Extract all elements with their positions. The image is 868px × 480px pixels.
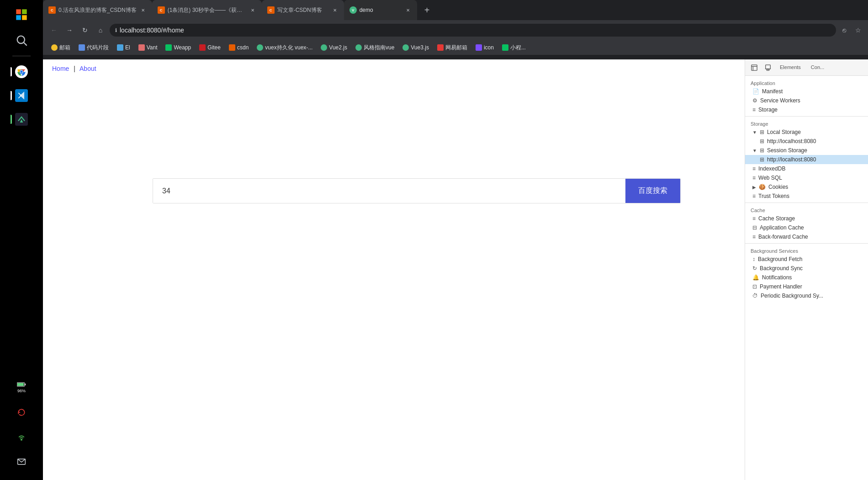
tab3-title: 写文章-CSDN博客 xyxy=(277,6,328,14)
battery-percent: 96% xyxy=(17,389,26,393)
devtools-tab-console[interactable]: Con... xyxy=(807,63,828,73)
devtools-periodic-bg-sync-item[interactable]: ⏱ Periodic Background Sy... xyxy=(745,291,868,300)
tab4-title: demo xyxy=(360,7,402,13)
browser-tab-4[interactable]: V demo ✕ xyxy=(344,0,417,20)
devtools-indexeddb-item[interactable]: ≡ IndexedDB xyxy=(745,164,868,173)
taskbar-divider xyxy=(12,56,31,56)
devtools-background-fetch-item[interactable]: ↕ Background Fetch xyxy=(745,255,868,264)
bookmark-vue-style[interactable]: 风格指南vue xyxy=(352,43,398,53)
session-storage-label: Session Storage xyxy=(767,147,807,154)
devtools-cache-storage-item[interactable]: ≡ Cache Storage xyxy=(745,214,868,223)
network-taskbar-icon[interactable] xyxy=(11,426,32,448)
trust-tokens-db-icon: ≡ xyxy=(752,193,756,199)
devtools-bg-services-header: Background Services xyxy=(745,245,868,255)
devtools-payment-handler-item[interactable]: ⊡ Payment Handler xyxy=(745,282,868,291)
session-storage-url-db-icon: ⊞ xyxy=(760,156,764,163)
devtools-application-header: Application xyxy=(745,78,868,87)
refresh-taskbar-icon[interactable] xyxy=(11,401,32,423)
browser-tab-3[interactable]: C 写文章-CSDN博客 ✕ xyxy=(262,0,344,20)
periodic-bg-sync-clock-icon: ⏱ xyxy=(752,293,758,299)
about-link[interactable]: About xyxy=(79,65,96,72)
session-storage-db-icon: ⊞ xyxy=(760,147,764,154)
share-icon[interactable]: ⎋ xyxy=(839,25,850,36)
svg-rect-19 xyxy=(766,64,771,69)
new-tab-button[interactable]: + xyxy=(417,0,437,20)
bookmark-code[interactable]: 代码片段 xyxy=(75,43,112,53)
devtools-application-cache-item[interactable]: ⊟ Application Cache xyxy=(745,223,868,232)
web-sql-label: Web SQL xyxy=(758,175,782,181)
bookmark-icon[interactable]: ☆ xyxy=(852,25,863,36)
tab3-close-button[interactable]: ✕ xyxy=(331,6,339,14)
home-button[interactable]: ⌂ xyxy=(94,24,107,37)
bookmark-el[interactable]: El xyxy=(113,43,134,52)
devtools-manifest-item[interactable]: 📄 Manifest xyxy=(745,87,868,96)
svg-rect-0 xyxy=(16,9,21,14)
mail-taskbar-icon[interactable] xyxy=(11,451,32,473)
background-sync-label: Background Sync xyxy=(760,265,803,272)
browser-tab-2[interactable]: C (1条消息) 30秒学会——《获取... ✕ xyxy=(152,0,262,20)
notifications-label: Notifications xyxy=(762,274,792,281)
devtools-storage-item[interactable]: ≡ Storage xyxy=(745,105,868,114)
tab2-title: (1条消息) 30秒学会——《获取... xyxy=(168,6,246,14)
home-link[interactable]: Home xyxy=(52,65,69,72)
cookies-expand-icon: ▶ xyxy=(752,185,756,190)
app-taskbar-icon[interactable] xyxy=(11,108,32,130)
bookmark-mini[interactable]: 小程... xyxy=(498,43,529,53)
bookmark-mail[interactable]: 邮箱 xyxy=(48,43,74,53)
devtools-session-storage-item[interactable]: ▼ ⊞ Session Storage xyxy=(745,146,868,155)
devtools-cookies-item[interactable]: ▶ 🍪 Cookies xyxy=(745,182,868,192)
vscode-taskbar-icon[interactable] xyxy=(11,85,32,107)
search-button[interactable]: 百度搜索 xyxy=(625,179,680,203)
bookmark-vue2[interactable]: Vue2.js xyxy=(317,43,351,52)
tab1-close-button[interactable]: ✕ xyxy=(139,6,147,14)
devtools-local-storage-item[interactable]: ▼ ⊞ Local Storage xyxy=(745,128,868,137)
devtools-inspect-icon[interactable] xyxy=(749,62,760,73)
devtools-session-storage-url-item[interactable]: ⊞ http://localhost:8080 xyxy=(745,155,868,164)
tab2-close-button[interactable]: ✕ xyxy=(249,6,256,14)
bookmark-weapp-label: Weapp xyxy=(174,44,191,51)
devtools-local-storage-url-item[interactable]: ⊞ http://localhost:8080 xyxy=(745,137,868,146)
back-button[interactable]: ← xyxy=(48,24,60,37)
bookmark-mail-label: 邮箱 xyxy=(59,44,70,52)
devtools-trust-tokens-item[interactable]: ≡ Trust Tokens xyxy=(745,192,868,201)
bookmark-163mail-label: 网易邮箱 xyxy=(445,44,467,52)
devtools-device-icon[interactable] xyxy=(762,62,773,73)
reload-button[interactable]: ↻ xyxy=(79,24,91,37)
devtools-toolbar: Elements Con... xyxy=(745,59,868,76)
devtools-service-workers-item[interactable]: ⚙ Service Workers xyxy=(745,96,868,105)
bookmark-csdn[interactable]: csdn xyxy=(225,43,252,52)
address-bar-row: ← → ↻ ⌂ ℹ localhost:8080/#/home ⎋ ☆ xyxy=(43,20,868,40)
chrome-taskbar-icon[interactable] xyxy=(11,61,32,83)
forward-button[interactable]: → xyxy=(63,24,76,37)
search-input[interactable] xyxy=(153,179,625,203)
main-content-area: Home | About 百度搜索 xyxy=(43,59,745,480)
bookmark-icon-label: icon xyxy=(484,44,494,51)
bookmark-gitee[interactable]: Gitee xyxy=(196,43,224,52)
devtools-back-forward-cache-item[interactable]: ≡ Back-forward Cache xyxy=(745,232,868,241)
bookmark-vuex[interactable]: vuex持久化 vuex-... xyxy=(253,43,316,53)
bookmark-icon[interactable]: icon xyxy=(472,43,498,52)
devtools-background-sync-item[interactable]: ↻ Background Sync xyxy=(745,264,868,273)
bookmark-weapp[interactable]: Weapp xyxy=(162,43,195,52)
search-icon[interactable] xyxy=(11,29,32,51)
search-container: 百度搜索 xyxy=(153,178,681,203)
lock-icon: ℹ xyxy=(115,27,117,33)
bookmark-vue2-label: Vue2.js xyxy=(329,44,347,51)
bookmark-vant[interactable]: Vant xyxy=(135,43,161,52)
devtools-web-sql-item[interactable]: ≡ Web SQL xyxy=(745,173,868,182)
browser-tab-1[interactable]: C 0.活在风浪里的博客_CSDN博客 ✕ xyxy=(43,0,152,20)
devtools-tab-elements[interactable]: Elements xyxy=(776,63,804,73)
address-bar[interactable]: ℹ localhost:8080/#/home xyxy=(110,24,836,37)
svg-rect-3 xyxy=(22,15,26,20)
devtools-notifications-item[interactable]: 🔔 Notifications xyxy=(745,273,868,282)
periodic-bg-sync-label: Periodic Background Sy... xyxy=(761,293,823,299)
browser-tabs-row: C 0.活在风浪里的博客_CSDN博客 ✕ C (1条消息) 30秒学会——《获… xyxy=(43,0,868,20)
windows-start-icon[interactable] xyxy=(11,4,32,26)
payment-handler-icon: ⊡ xyxy=(752,283,757,290)
cache-storage-label: Cache Storage xyxy=(758,215,795,222)
bookmark-163mail[interactable]: 网易邮箱 xyxy=(434,43,471,53)
bookmark-gitee-label: Gitee xyxy=(207,44,221,51)
bookmark-vue3[interactable]: Vue3.js xyxy=(399,43,433,52)
tab4-close-button[interactable]: ✕ xyxy=(404,6,412,14)
page-content: Home | About 百度搜索 xyxy=(43,59,745,480)
